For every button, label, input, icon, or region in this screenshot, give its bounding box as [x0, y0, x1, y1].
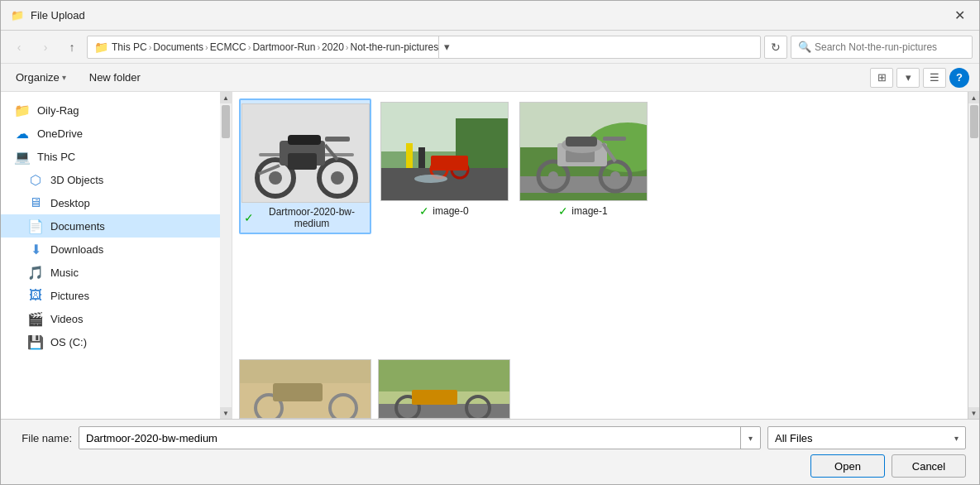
sidebar-item-oily-rag[interactable]: 📁 Oily-Rag	[1, 98, 220, 122]
svg-rect-7	[288, 153, 317, 170]
breadcrumb-this-pc[interactable]: This PC	[112, 41, 147, 53]
scroll-down-button[interactable]: ▼	[220, 407, 232, 419]
filename-dropdown-button[interactable]: ▾	[740, 427, 760, 449]
close-button[interactable]: ✕	[949, 6, 969, 26]
file-label-image-1: ✓ image-1	[558, 204, 607, 218]
scroll-track	[220, 103, 232, 407]
svg-rect-46	[412, 390, 457, 405]
organize-label: Organize	[16, 71, 60, 84]
title-bar: 📁 File Upload ✕	[1, 1, 979, 31]
sidebar-item-label: Downloads	[50, 243, 103, 256]
folder-icon: 📁	[14, 103, 31, 118]
search-input[interactable]	[815, 41, 965, 53]
file-name: image-0	[433, 205, 468, 217]
sidebar-item-label: This PC	[37, 151, 75, 163]
filename-input[interactable]	[79, 429, 740, 448]
file-thumbnail-dartmoor-bw	[241, 103, 370, 203]
sidebar-item-this-pc[interactable]: 💻 This PC	[1, 145, 220, 168]
sidebar-item-label: Documents	[50, 220, 105, 233]
file-item-dartmoor-bw[interactable]: ✓ Dartmoor-2020-bw-medium	[239, 98, 371, 234]
scroll-up-button[interactable]: ▲	[220, 92, 232, 103]
breadcrumb-dartmoor-run[interactable]: Dartmoor-Run	[252, 41, 315, 53]
breadcrumb-dropdown-button[interactable]: ▾	[438, 36, 455, 59]
sidebar-item-os-c[interactable]: 💾 OS (C:)	[1, 330, 220, 353]
sidebar-item-onedrive[interactable]: ☁ OneDrive	[1, 122, 220, 145]
breadcrumb-documents[interactable]: Documents	[153, 41, 203, 53]
filetype-select[interactable]: All Files ▾	[767, 426, 966, 449]
files-area: ✓ Dartmoor-2020-bw-medium	[232, 92, 968, 419]
organize-button[interactable]: Organize ▾	[11, 69, 71, 86]
sidebar-item-label: 3D Objects	[50, 174, 103, 186]
motorcycle-color2-image	[520, 102, 647, 201]
files-scroll-up-button[interactable]: ▲	[968, 92, 980, 103]
view-dropdown-button[interactable]: ▾	[896, 68, 920, 88]
breadcrumb-not-the-run[interactable]: Not-the-run-pictures	[350, 41, 438, 53]
new-folder-button[interactable]: New folder	[84, 69, 146, 86]
svg-rect-33	[566, 137, 597, 146]
toolbar-right: ⊞ ▾ ☰ ?	[870, 68, 969, 88]
sidebar-item-documents[interactable]: 📄 Documents	[1, 214, 220, 238]
open-button[interactable]: Open	[810, 454, 885, 478]
view-icon-button[interactable]: ⊞	[870, 68, 893, 88]
filetype-dropdown-icon: ▾	[954, 434, 958, 443]
panel-button[interactable]: ☰	[923, 68, 946, 88]
partial-file-1[interactable]	[239, 359, 371, 419]
sidebar-item-pictures[interactable]: 🖼 Pictures	[1, 284, 220, 307]
svg-rect-17	[418, 147, 425, 168]
partial-file-2[interactable]	[378, 359, 510, 419]
title-bar-title: File Upload	[31, 9, 949, 22]
new-folder-label: New folder	[89, 71, 141, 84]
back-button[interactable]: ‹	[7, 36, 31, 59]
files-scroll-down-button[interactable]: ▼	[968, 407, 980, 419]
refresh-button[interactable]: ↻	[764, 36, 787, 59]
breadcrumb-ecmcc[interactable]: ECMCC	[210, 41, 246, 53]
svg-rect-34	[603, 137, 626, 141]
breadcrumb-items: This PC › Documents › ECMCC › Dartmoor-R…	[112, 41, 438, 53]
sidebar-item-label: Pictures	[50, 290, 89, 302]
toolbar: Organize ▾ New folder ⊞ ▾ ☰ ?	[1, 64, 979, 92]
sidebar-item-downloads[interactable]: ⬇ Downloads	[1, 238, 220, 261]
right-scrollbar: ▲ ▼	[968, 92, 979, 419]
svg-rect-42	[379, 359, 509, 391]
svg-point-27	[548, 171, 558, 181]
up-button[interactable]: ↑	[60, 36, 84, 59]
help-button[interactable]: ?	[949, 68, 969, 88]
sidebar-item-label: OS (C:)	[50, 336, 87, 348]
folder-icon: 📁	[94, 41, 108, 54]
pictures-icon: 🖼	[27, 288, 44, 303]
sidebar-item-label: Music	[50, 267, 79, 279]
scroll-thumb[interactable]	[222, 105, 230, 138]
organize-arrow-icon: ▾	[62, 73, 66, 82]
documents-icon: 📄	[27, 218, 44, 234]
breadcrumb-2020[interactable]: 2020	[322, 41, 344, 53]
music-icon: 🎵	[27, 265, 44, 281]
file-item-image-1[interactable]: ✓ image-1	[517, 98, 649, 234]
files-scroll-thumb[interactable]	[970, 105, 978, 138]
svg-rect-8	[325, 137, 350, 142]
sidebar-item-music[interactable]: 🎵 Music	[1, 261, 220, 284]
sidebar-item-videos[interactable]: 🎬 Videos	[1, 307, 220, 330]
cancel-button[interactable]: Cancel	[892, 454, 966, 478]
svg-rect-20	[431, 156, 468, 170]
svg-point-21	[414, 175, 447, 183]
desktop-icon: 🖥	[27, 195, 44, 210]
svg-point-5	[331, 171, 344, 185]
forward-button[interactable]: ›	[34, 36, 57, 59]
svg-point-29	[610, 171, 620, 181]
sidebar-item-3d-objects[interactable]: ⬡ 3D Objects	[1, 168, 220, 191]
sidebar-item-label: OneDrive	[37, 127, 83, 140]
sidebar-item-desktop[interactable]: 🖥 Desktop	[1, 191, 220, 214]
filename-label: File name:	[14, 432, 72, 444]
svg-rect-16	[406, 143, 413, 168]
sidebar-item-label: Desktop	[50, 197, 90, 209]
file-thumbnail-image-1	[519, 102, 648, 201]
file-label-image-0: ✓ image-0	[419, 204, 468, 218]
file-label-dartmoor-bw: ✓ Dartmoor-2020-bw-medium	[244, 206, 366, 229]
main-content: 📁 Oily-Rag ☁ OneDrive 💻 This PC ⬡ 3D Obj…	[1, 92, 979, 419]
file-name: Dartmoor-2020-bw-medium	[257, 206, 366, 229]
3d-objects-icon: ⬡	[27, 172, 44, 188]
search-box: 🔍	[791, 36, 973, 59]
motorcycle-color1-image	[381, 102, 508, 201]
file-item-image-0[interactable]: ✓ image-0	[378, 98, 510, 234]
motorcycle-bw-image	[242, 103, 369, 203]
